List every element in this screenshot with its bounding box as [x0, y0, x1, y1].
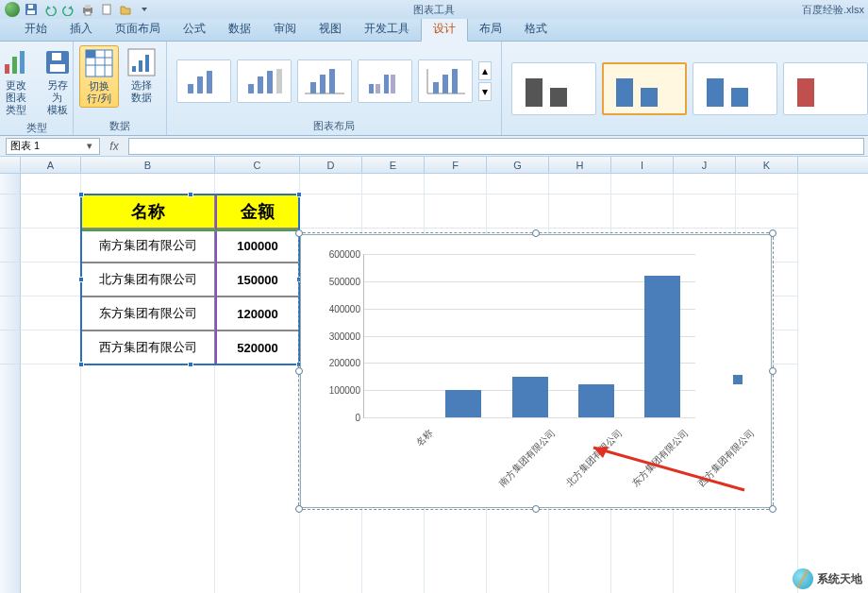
tab-format[interactable]: 格式: [513, 17, 559, 41]
gallery-up-icon[interactable]: ▴: [478, 61, 492, 80]
chart-bar[interactable]: [445, 390, 481, 417]
tab-home[interactable]: 开始: [13, 17, 58, 41]
header-name[interactable]: 名称: [81, 195, 215, 229]
save-template-button[interactable]: 另存为 模板: [39, 45, 76, 119]
col-header[interactable]: D: [300, 157, 362, 173]
column-headers: A B C D E F G H I J K: [0, 157, 868, 174]
svg-rect-23: [188, 84, 193, 93]
worksheet-grid[interactable]: A B C D E F G H I J K 名称 金额 南方集团有限公司 100…: [0, 157, 868, 593]
style-preset-2[interactable]: [602, 62, 687, 115]
svg-rect-42: [452, 69, 458, 93]
title-bar: 图表工具 百度经验.xlsx: [0, 0, 868, 19]
col-header[interactable]: H: [549, 157, 611, 173]
layout-preset-5[interactable]: [418, 59, 473, 103]
svg-rect-21: [139, 60, 142, 72]
header-amount[interactable]: 金额: [215, 195, 300, 229]
chart-bar[interactable]: [644, 276, 680, 417]
col-header[interactable]: G: [487, 157, 549, 173]
name-box-dropdown-icon[interactable]: ▾: [84, 140, 95, 152]
layout-preset-3[interactable]: [297, 59, 352, 103]
chart-bar[interactable]: [578, 384, 614, 417]
qat-dropdown-icon[interactable]: [136, 1, 153, 18]
col-header[interactable]: C: [215, 157, 300, 173]
svg-rect-48: [731, 88, 748, 107]
row-header[interactable]: [0, 330, 21, 364]
tab-design[interactable]: 设计: [421, 16, 468, 42]
tab-data[interactable]: 数据: [217, 17, 262, 41]
style-preset-3[interactable]: [693, 62, 777, 115]
cell-amount[interactable]: 150000: [215, 263, 300, 296]
tab-layout[interactable]: 布局: [468, 17, 513, 41]
svg-rect-34: [369, 84, 374, 93]
gallery-down-icon[interactable]: ▾: [478, 82, 492, 101]
svg-rect-2: [28, 5, 33, 8]
svg-rect-8: [12, 57, 17, 74]
row-header[interactable]: [0, 296, 21, 330]
svg-rect-29: [276, 69, 282, 93]
formula-bar: 图表 1 ▾ fx: [0, 136, 868, 157]
col-header[interactable]: I: [611, 157, 674, 173]
embedded-chart[interactable]: 0100000200000300000400000500000600000名称南…: [300, 234, 772, 508]
style-preset-4[interactable]: [783, 62, 868, 115]
tab-review[interactable]: 审阅: [262, 17, 308, 41]
chart-bar[interactable]: [512, 377, 548, 417]
cell-amount[interactable]: 520000: [215, 330, 300, 364]
row-header[interactable]: [0, 229, 21, 263]
tab-formula[interactable]: 公式: [172, 17, 217, 41]
cell-company[interactable]: 南方集团有限公司: [81, 229, 215, 263]
svg-rect-24: [197, 76, 203, 93]
office-button[interactable]: [4, 1, 21, 18]
svg-rect-44: [550, 88, 567, 107]
chart-type-icon: [1, 47, 31, 77]
col-header[interactable]: K: [736, 157, 798, 173]
col-header[interactable]: F: [425, 157, 487, 173]
fx-icon[interactable]: fx: [106, 138, 123, 155]
svg-rect-20: [132, 66, 136, 72]
select-data-button[interactable]: 选择数据: [123, 45, 160, 106]
cell-company[interactable]: 西方集团有限公司: [81, 330, 215, 364]
row-header[interactable]: [0, 174, 21, 195]
row-header[interactable]: [0, 263, 21, 296]
tab-view[interactable]: 视图: [308, 17, 353, 41]
open-icon[interactable]: [117, 1, 134, 18]
tab-insert[interactable]: 插入: [58, 17, 104, 41]
cell-company[interactable]: 北方集团有限公司: [81, 263, 215, 296]
col-header[interactable]: J: [674, 157, 736, 173]
select-all-corner[interactable]: [0, 157, 21, 173]
undo-icon[interactable]: [42, 1, 58, 18]
svg-rect-9: [20, 51, 25, 74]
redo-icon[interactable]: [60, 1, 77, 18]
print-icon[interactable]: [79, 1, 96, 18]
name-box[interactable]: 图表 1 ▾: [6, 138, 100, 155]
group-chart-styles: [502, 42, 868, 135]
col-header[interactable]: E: [362, 157, 425, 173]
layout-preset-4[interactable]: [358, 59, 412, 103]
svg-rect-41: [442, 75, 448, 93]
new-icon[interactable]: [98, 1, 115, 18]
formula-input[interactable]: [128, 138, 864, 155]
layout-preset-2[interactable]: [237, 59, 292, 103]
svg-rect-22: [145, 55, 149, 72]
cell-amount[interactable]: 120000: [215, 296, 300, 330]
ribbon: 更改 图表类型 另存为 模板 类型 切换行/列 选择数据 数据: [0, 42, 868, 136]
svg-rect-32: [320, 75, 326, 93]
tab-developer[interactable]: 开发工具: [353, 17, 421, 41]
col-header[interactable]: B: [81, 157, 215, 173]
plot-area[interactable]: 0100000200000300000400000500000600000名称南…: [363, 254, 695, 418]
svg-rect-7: [5, 64, 9, 74]
layout-preset-1[interactable]: [176, 59, 231, 103]
save-icon[interactable]: [23, 1, 40, 18]
style-preset-1[interactable]: [511, 62, 596, 115]
cell-amount[interactable]: 100000: [215, 229, 300, 263]
globe-icon: [793, 568, 813, 589]
svg-rect-26: [248, 84, 254, 93]
row-header[interactable]: [0, 364, 21, 593]
context-tab-label: 图表工具: [413, 3, 455, 17]
switch-row-column-button[interactable]: 切换行/列: [79, 45, 119, 108]
cell-company[interactable]: 东方集团有限公司: [81, 296, 215, 330]
change-chart-type-button[interactable]: 更改 图表类型: [0, 45, 35, 119]
col-header[interactable]: A: [21, 157, 81, 173]
svg-rect-33: [329, 69, 335, 93]
tab-page-layout[interactable]: 页面布局: [104, 17, 172, 41]
row-header[interactable]: [0, 195, 21, 229]
